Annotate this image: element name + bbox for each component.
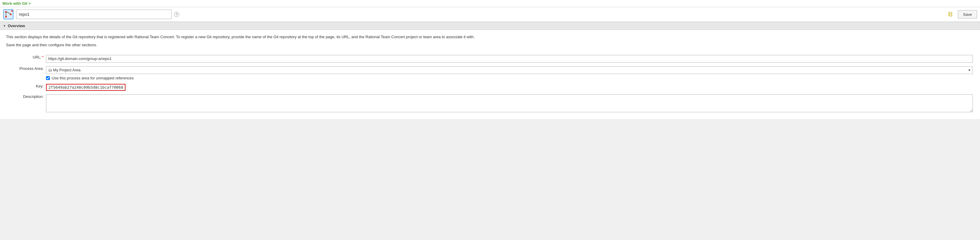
url-required-star: * <box>42 55 44 59</box>
description-field-cell <box>45 92 974 115</box>
url-label: URL:* <box>6 53 45 65</box>
key-value: 2f5649ab27a248c09b5d8c1bcaf70068 <box>46 84 126 91</box>
link-icon[interactable]: ⛓ <box>948 11 953 17</box>
repo-icon: ★ <box>3 9 14 20</box>
unmapped-references-checkbox[interactable] <box>46 76 50 80</box>
section-content: This section displays the details of the… <box>0 30 980 119</box>
process-area-field-cell: 🗂 My Project Area ▼ Use this process are… <box>45 65 974 82</box>
description-line1: This section displays the details of the… <box>6 34 974 40</box>
svg-text:★: ★ <box>11 9 14 13</box>
unmapped-references-label[interactable]: Use this process area for unmapped refer… <box>52 76 134 80</box>
url-input[interactable] <box>46 55 973 63</box>
url-row: URL:* <box>6 53 974 65</box>
url-field-cell <box>45 53 974 65</box>
key-row: Key: 2f5649ab27a248c09b5d8c1bcaf70068 <box>6 82 974 92</box>
page-header: ★ ? ⛓ Save <box>0 7 980 22</box>
description-line2: Save the page and then configure the oth… <box>6 42 974 48</box>
help-icon[interactable]: ? <box>174 12 179 17</box>
description-row: Description: <box>6 92 974 115</box>
process-area-select-wrapper: 🗂 My Project Area ▼ <box>46 66 973 74</box>
section-title: Overview <box>8 24 25 28</box>
key-field-cell: 2f5649ab27a248c09b5d8c1bcaf70068 <box>45 82 974 92</box>
collapse-triangle[interactable]: ▼ <box>3 24 6 27</box>
process-area-label: Process Area: <box>6 65 45 82</box>
save-button[interactable]: Save <box>958 10 977 19</box>
breadcrumb-bar: Work with Git > <box>0 0 980 7</box>
description-textarea[interactable] <box>46 94 973 112</box>
key-label: Key: <box>6 82 45 92</box>
breadcrumb-link[interactable]: Work with Git > <box>2 1 31 6</box>
unmapped-references-row: Use this process area for unmapped refer… <box>46 76 973 80</box>
section-header: ▼ Overview <box>0 22 980 30</box>
repo-name-input[interactable] <box>16 10 172 19</box>
form-table: URL:* Process Area: 🗂 My Project Area ▼ <box>6 53 974 115</box>
description-label: Description: <box>6 92 45 115</box>
svg-point-3 <box>5 16 7 17</box>
process-area-row: Process Area: 🗂 My Project Area ▼ Use th… <box>6 65 974 82</box>
process-area-select[interactable]: 🗂 My Project Area <box>46 66 973 74</box>
